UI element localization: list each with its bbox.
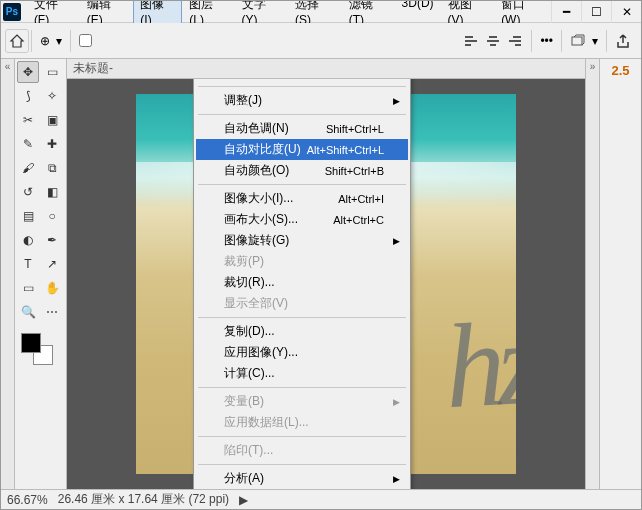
app-logo: Ps: [3, 3, 21, 21]
dropdown-caret-icon[interactable]: ▾: [592, 34, 598, 48]
align-tools[interactable]: [457, 33, 529, 49]
toolbox: ✥▭⟆✧✂▣✎✚🖌⧉↺◧▤○◐✒T↗▭✋🔍⋯: [15, 59, 67, 489]
menuitem-显示全部V: 显示全部(V): [196, 293, 408, 314]
menuitem-模式M[interactable]: 模式(M)▶: [196, 79, 408, 83]
3d-mode-icon[interactable]: [570, 33, 586, 49]
svg-rect-2: [465, 44, 471, 46]
menuitem-应用数据组L: 应用数据组(L)...: [196, 412, 408, 433]
history-tool[interactable]: ↺: [17, 181, 39, 203]
gradient-tool[interactable]: ▤: [17, 205, 39, 227]
menuitem-裁剪P: 裁剪(P): [196, 251, 408, 272]
svg-rect-9: [572, 37, 582, 45]
minimize-button[interactable]: ━: [551, 1, 581, 23]
svg-rect-1: [465, 40, 477, 42]
brush-size-value[interactable]: 2.5: [611, 63, 629, 78]
submenu-arrow-icon: ▶: [393, 96, 400, 106]
dodge-tool[interactable]: ◐: [17, 229, 39, 251]
submenu-arrow-icon: ▶: [393, 474, 400, 484]
svg-rect-4: [487, 40, 499, 42]
menuitem-变量B: 变量(B)▶: [196, 391, 408, 412]
auto-select-checkbox[interactable]: [79, 34, 92, 47]
dropdown-caret-icon[interactable]: ▾: [56, 34, 62, 48]
menuitem-陷印T: 陷印(T)...: [196, 440, 408, 461]
move-tool[interactable]: ✥: [17, 61, 39, 83]
svg-rect-7: [509, 40, 521, 42]
close-button[interactable]: ✕: [611, 1, 641, 23]
menuitem-自动对比度U[interactable]: 自动对比度(U)Alt+Shift+Ctrl+L: [196, 139, 408, 160]
stamp-tool[interactable]: ⧉: [41, 157, 63, 179]
maximize-button[interactable]: ☐: [581, 1, 611, 23]
eraser-tool[interactable]: ◧: [41, 181, 63, 203]
path-tool[interactable]: ↗: [41, 253, 63, 275]
rect-tool[interactable]: ▭: [17, 277, 39, 299]
crop-tool[interactable]: ✂: [17, 109, 39, 131]
document-tab[interactable]: 未标题-: [73, 60, 113, 77]
marquee-tool[interactable]: ▭: [41, 61, 63, 83]
heal-tool[interactable]: ✚: [41, 133, 63, 155]
pen-tool[interactable]: ✒: [41, 229, 63, 251]
menuitem-应用图像Y[interactable]: 应用图像(Y)...: [196, 342, 408, 363]
right-collapse-rail[interactable]: »: [585, 59, 599, 489]
brush-tool[interactable]: 🖌: [17, 157, 39, 179]
foreground-swatch[interactable]: [21, 333, 41, 353]
menuitem-调整J[interactable]: 调整(J)▶: [196, 90, 408, 111]
home-icon[interactable]: [5, 29, 29, 53]
wand-tool[interactable]: ✧: [41, 85, 63, 107]
status-bar: 66.67% 26.46 厘米 x 17.64 厘米 (72 ppi) ▶: [1, 489, 641, 509]
options-bar: ⊕ ▾ ••• ▾: [1, 23, 641, 59]
document-info: 26.46 厘米 x 17.64 厘米 (72 ppi): [58, 491, 229, 508]
image-menu-dropdown: 模式(M)▶调整(J)▶自动色调(N)Shift+Ctrl+L自动对比度(U)A…: [193, 79, 411, 489]
color-swatches[interactable]: [17, 331, 63, 369]
svg-rect-6: [513, 36, 521, 38]
info-caret-icon[interactable]: ▶: [239, 493, 248, 507]
submenu-arrow-icon: ▶: [393, 236, 400, 246]
blur-tool[interactable]: ○: [41, 205, 63, 227]
frame-tool[interactable]: ▣: [41, 109, 63, 131]
left-collapse-rail[interactable]: «: [1, 59, 15, 489]
window-controls: ━ ☐ ✕: [551, 1, 641, 23]
menuitem-复制D[interactable]: 复制(D)...: [196, 321, 408, 342]
submenu-arrow-icon: ▶: [393, 397, 400, 407]
menuitem-裁切R[interactable]: 裁切(R)...: [196, 272, 408, 293]
svg-rect-0: [465, 36, 473, 38]
move-tool-icon[interactable]: ⊕: [40, 34, 50, 48]
hand-tool[interactable]: ✋: [41, 277, 63, 299]
align-right-icon[interactable]: [507, 33, 523, 49]
svg-rect-8: [515, 44, 521, 46]
document-tab-bar: 未标题-: [67, 59, 585, 79]
align-center-icon[interactable]: [485, 33, 501, 49]
menuitem-图像大小I[interactable]: 图像大小(I)...Alt+Ctrl+I: [196, 188, 408, 209]
share-icon[interactable]: [615, 33, 631, 49]
menuitem-自动颜色O[interactable]: 自动颜色(O)Shift+Ctrl+B: [196, 160, 408, 181]
zoom-level[interactable]: 66.67%: [7, 493, 48, 507]
more-options-icon[interactable]: •••: [540, 34, 553, 48]
right-panel: 2.5: [599, 59, 641, 489]
menuitem-画布大小S[interactable]: 画布大小(S)...Alt+Ctrl+C: [196, 209, 408, 230]
eyedropper-tool[interactable]: ✎: [17, 133, 39, 155]
canvas-handwriting: hz: [442, 294, 516, 437]
svg-rect-5: [490, 44, 496, 46]
menuitem-自动色调N[interactable]: 自动色调(N)Shift+Ctrl+L: [196, 118, 408, 139]
canvas-area: 未标题- hz 模式(M)▶调整(J)▶自动色调(N)Shift+Ctrl+L自…: [67, 59, 585, 489]
viewport[interactable]: hz 模式(M)▶调整(J)▶自动色调(N)Shift+Ctrl+L自动对比度(…: [67, 79, 585, 489]
align-left-icon[interactable]: [463, 33, 479, 49]
menuitem-图像旋转G[interactable]: 图像旋转(G)▶: [196, 230, 408, 251]
zoom-tool[interactable]: 🔍: [17, 301, 39, 323]
svg-rect-3: [489, 36, 497, 38]
menuitem-计算C[interactable]: 计算(C)...: [196, 363, 408, 384]
type-tool[interactable]: T: [17, 253, 39, 275]
ellipsis-tool[interactable]: ⋯: [41, 301, 63, 323]
menubar: Ps 文件(F)编辑(E)图像(I)图层(L)文字(Y)选择(S)滤镜(T)3D…: [1, 1, 641, 23]
lasso-tool[interactable]: ⟆: [17, 85, 39, 107]
menuitem-分析A[interactable]: 分析(A)▶: [196, 468, 408, 489]
